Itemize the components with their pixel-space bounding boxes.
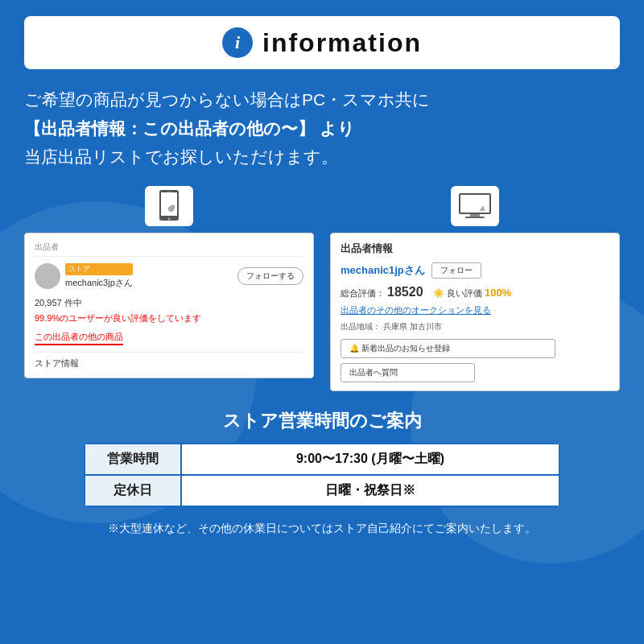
- table-row-holiday: 定休日 日曜・祝祭日※: [85, 475, 559, 506]
- sc-right-good-label: 良い評価: [447, 288, 482, 298]
- header-box: i information: [24, 16, 620, 69]
- holiday-label-cell: 定休日: [85, 475, 181, 506]
- svg-rect-1: [161, 192, 177, 216]
- sc-left-rating: 99.9%のユーザーが良い評価をしています: [35, 312, 303, 324]
- mobile-screenshot-wrapper: 出品者 ストア mechanic3jpさん フォローする 20,957 件中 9…: [24, 186, 314, 378]
- sc-right-question-btn[interactable]: 出品者へ質問: [341, 363, 475, 382]
- sc-right-rating-label: 総合評価：: [341, 288, 385, 298]
- svg-rect-6: [470, 214, 480, 217]
- desktop-screenshot-card: 出品者情報 mechanic1jpさん フォロー 総合評価： 18520 ☀️ …: [330, 233, 620, 391]
- sc-right-user-row: mechanic1jpさん フォロー: [341, 262, 609, 279]
- sc-left-username: mechanic3jpさん: [65, 278, 133, 287]
- sc-right-location: 出品地域： 兵庫県 加古川市: [341, 321, 609, 332]
- holiday-value-cell: 日曜・祝祭日※: [181, 475, 559, 506]
- sc-right-follow-btn[interactable]: フォロー: [431, 262, 481, 279]
- hours-label-cell: 営業時間: [85, 444, 181, 475]
- sc-right-label: 出品者情報: [341, 242, 609, 256]
- svg-rect-3: [167, 192, 171, 192]
- mobile-screenshot-card: 出品者 ストア mechanic3jpさん フォローする 20,957 件中 9…: [24, 233, 314, 378]
- info-icon: i: [222, 27, 253, 58]
- sc-right-location-label: 出品地域：: [341, 322, 381, 331]
- sc-right-rating-score: 18520: [387, 285, 423, 299]
- desktop-screenshot-wrapper: 出品者情報 mechanic1jpさん フォロー 総合評価： 18520 ☀️ …: [330, 186, 620, 391]
- main-line2: 【出品者情報：この出品者の他の〜】 より: [24, 119, 355, 138]
- sc-right-location-value: 兵庫県 加古川市: [383, 322, 442, 331]
- hours-value-cell: 9:00〜17:30 (月曜〜土曜): [181, 444, 559, 475]
- footer-note: ※大型連休など、その他の休業日についてはストア自己紹介にてご案内いたします。: [24, 520, 620, 537]
- main-line3: 当店出品リストでお探しいただけます。: [24, 147, 338, 166]
- sc-left-store-badge: ストア: [65, 263, 133, 275]
- mobile-device-icon: [145, 186, 193, 226]
- sc-left-store-info: ストア情報: [35, 352, 303, 369]
- sc-left-avatar-area: ストア mechanic3jpさん: [35, 263, 133, 289]
- header-title: information: [262, 28, 422, 58]
- screenshots-row: 出品者 ストア mechanic3jpさん フォローする 20,957 件中 9…: [24, 186, 620, 391]
- sc-right-username: mechanic1jpさん: [341, 263, 425, 278]
- sc-left-label: 出品者: [35, 242, 303, 257]
- sc-left-stats: 20,957 件中: [35, 297, 303, 309]
- sc-right-auction-link[interactable]: 出品者のその他のオークションを見る: [341, 304, 609, 316]
- table-row-hours: 営業時間 9:00〜17:30 (月曜〜土曜): [85, 444, 559, 475]
- store-hours-section: ストア営業時間のご案内 営業時間 9:00〜17:30 (月曜〜土曜) 定休日 …: [24, 409, 620, 507]
- main-text-block: ご希望の商品が見つからない場合はPC・スマホ共に 【出品者情報：この出品者の他の…: [24, 85, 620, 171]
- main-container: i information ご希望の商品が見つからない場合はPC・スマホ共に 【…: [0, 0, 644, 644]
- hours-table: 営業時間 9:00〜17:30 (月曜〜土曜) 定休日 日曜・祝祭日※: [84, 443, 560, 507]
- desktop-device-icon: [451, 186, 499, 226]
- sc-left-follow-btn[interactable]: フォローする: [237, 267, 303, 285]
- svg-rect-7: [465, 217, 485, 218]
- main-line1: ご希望の商品が見つからない場合はPC・スマホ共に: [24, 90, 430, 109]
- sc-right-rating-row: 総合評価： 18520 ☀️ 良い評価 100%: [341, 285, 609, 299]
- store-hours-title: ストア営業時間のご案内: [24, 409, 620, 433]
- sc-right-good-pct: 100%: [485, 287, 511, 299]
- sc-right-sun-icon: ☀️: [433, 288, 444, 298]
- sc-left-user-row: ストア mechanic3jpさん フォローする: [35, 263, 303, 289]
- sc-right-notify-btn[interactable]: 🔔 新着出品のお知らせ登録: [341, 339, 555, 358]
- svg-rect-5: [460, 195, 489, 213]
- sc-left-avatar: [35, 263, 60, 289]
- svg-point-2: [168, 218, 171, 221]
- sc-left-other-items[interactable]: この出品者の他の商品: [35, 331, 123, 345]
